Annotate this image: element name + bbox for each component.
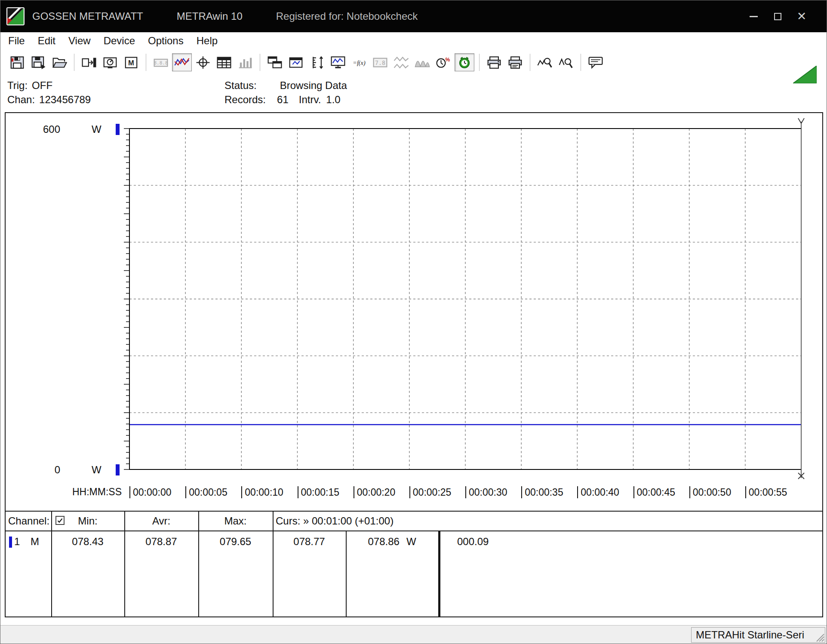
device-status-field: METRAHit Starline-Seri bbox=[691, 627, 825, 643]
device-name: METRAHit Starline-Seri bbox=[696, 629, 804, 641]
tile-windows-icon bbox=[267, 55, 283, 70]
channel-color-marker bbox=[116, 124, 120, 135]
export-device-button[interactable] bbox=[79, 53, 99, 71]
chart-panel: 600 W 0 W HH:MM:SS 00:00:00 00:00:05 00:… bbox=[5, 112, 823, 617]
print-report-icon bbox=[507, 55, 523, 70]
y-max-label: 600 bbox=[29, 123, 60, 135]
menu-device[interactable]: Device bbox=[97, 33, 141, 49]
statusbar: METRAHit Starline-Seri bbox=[0, 625, 827, 644]
x-tick-6: 00:00:30 bbox=[465, 486, 507, 498]
x-tickmark bbox=[241, 486, 242, 498]
bar-graph-button bbox=[235, 53, 255, 71]
save-button[interactable] bbox=[7, 53, 27, 71]
new-window-button[interactable] bbox=[286, 53, 306, 71]
lcd-display-icon: 8.8.8 bbox=[153, 55, 169, 70]
export-device-icon bbox=[81, 55, 97, 70]
y-min-label: 0 bbox=[29, 464, 60, 476]
channel-status: Chan:123456789 bbox=[7, 94, 91, 107]
zoom-time-button[interactable] bbox=[535, 53, 555, 71]
x-tickmark bbox=[298, 486, 298, 498]
open-button[interactable] bbox=[49, 53, 69, 71]
cell-min: 078.43 bbox=[51, 536, 124, 548]
toolbar-separator bbox=[530, 54, 530, 71]
titlebar-brand: GOSSEN METRAWATT bbox=[32, 10, 143, 22]
read-device-button[interactable] bbox=[100, 53, 120, 71]
minimize-icon bbox=[750, 16, 758, 17]
x-tickmark bbox=[745, 486, 746, 498]
col-header-max: Max: bbox=[198, 515, 273, 527]
monitor-button[interactable] bbox=[328, 53, 348, 71]
x-tick-8: 00:00:40 bbox=[577, 486, 619, 498]
x-tick-10: 00:00:50 bbox=[689, 486, 732, 498]
y-unit-label: W bbox=[92, 464, 101, 476]
axis-scale-button[interactable] bbox=[307, 53, 327, 71]
xy-view-button[interactable] bbox=[193, 53, 213, 71]
close-icon: ✕ bbox=[797, 11, 807, 22]
table-view-button[interactable] bbox=[214, 53, 234, 71]
close-button[interactable]: ✕ bbox=[790, 0, 814, 32]
maximize-icon bbox=[774, 13, 781, 20]
zoom-amplitude-icon bbox=[558, 55, 574, 70]
table-vline bbox=[198, 512, 199, 616]
menu-help[interactable]: Help bbox=[190, 33, 224, 49]
minimize-button[interactable] bbox=[741, 0, 766, 32]
annotation-button[interactable] bbox=[586, 53, 606, 71]
col-header-cursor: Curs: » 00:01:00 (+01:00) bbox=[276, 515, 394, 527]
numeric-display-icon: 7.8 bbox=[372, 55, 388, 70]
cell-unit: W bbox=[406, 536, 416, 547]
x-tickmark bbox=[521, 486, 522, 498]
intrv-value: 1.0 bbox=[326, 94, 340, 105]
split-curves-button bbox=[391, 53, 411, 71]
x-tick-9: 00:00:45 bbox=[633, 486, 676, 498]
x-tick-11: 00:00:55 bbox=[745, 486, 787, 498]
menu-file[interactable]: File bbox=[2, 33, 31, 49]
open-folder-icon bbox=[51, 55, 68, 70]
table-thick-vline bbox=[438, 531, 440, 616]
zoom-amplitude-button[interactable] bbox=[556, 53, 576, 71]
save-as-icon bbox=[30, 55, 46, 70]
app-window: GOSSEN METRAWATT METRAwin 10 Registered … bbox=[0, 0, 827, 644]
menu-options[interactable]: Options bbox=[141, 33, 190, 49]
menu-edit[interactable]: Edit bbox=[31, 33, 62, 49]
toolbar-separator bbox=[146, 54, 146, 71]
records-value: 61 bbox=[277, 94, 289, 105]
toolbar-separator bbox=[74, 54, 74, 71]
formula-button[interactable]: =f(x) bbox=[349, 53, 369, 71]
maximize-button[interactable] bbox=[766, 0, 790, 32]
trigger-status: Trig:OFF bbox=[7, 80, 52, 92]
y-axis-max-row: 600 W bbox=[6, 123, 822, 135]
cell-delta: 000.09 bbox=[457, 536, 489, 548]
save-as-button[interactable] bbox=[28, 53, 48, 71]
chart-region[interactable]: 600 W 0 W HH:MM:SS 00:00:00 00:00:05 00:… bbox=[6, 113, 822, 511]
read-device-icon bbox=[102, 55, 118, 70]
print-icon bbox=[486, 55, 502, 70]
x-tick-7: 00:00:35 bbox=[521, 486, 563, 498]
time-percent-button[interactable]: % bbox=[433, 53, 453, 71]
save-icon bbox=[9, 55, 25, 70]
print-report-button[interactable] bbox=[505, 53, 525, 71]
x-tickmark bbox=[354, 486, 354, 498]
titlebar: GOSSEN METRAWATT METRAwin 10 Registered … bbox=[0, 0, 827, 32]
resize-grip-icon[interactable] bbox=[815, 632, 824, 642]
tile-windows-button[interactable] bbox=[265, 53, 285, 71]
chart-plot[interactable] bbox=[6, 113, 822, 511]
svg-text:=f(x): =f(x) bbox=[353, 59, 366, 67]
x-tick-1: 00:00:05 bbox=[185, 486, 228, 498]
device-memory-button[interactable]: M bbox=[121, 53, 141, 71]
chan-label: Chan: bbox=[7, 94, 35, 105]
x-tick-4: 00:00:20 bbox=[354, 486, 396, 498]
col-header-min: Min: bbox=[51, 515, 124, 527]
timer-button[interactable] bbox=[455, 53, 474, 71]
print-button[interactable] bbox=[484, 53, 504, 71]
x-tickmark bbox=[465, 486, 466, 498]
titlebar-registered: Registered for: Notebookcheck bbox=[276, 10, 418, 22]
x-tickmark bbox=[577, 486, 578, 498]
cell-cursor-left: 078.77 bbox=[273, 536, 346, 548]
curve-view-button[interactable] bbox=[172, 53, 192, 71]
y-unit-label: W bbox=[92, 123, 101, 135]
numeric-display-button: 7.8 bbox=[370, 53, 390, 71]
x-tickmark bbox=[689, 486, 690, 498]
menu-view[interactable]: View bbox=[62, 33, 97, 49]
records-label: Records: bbox=[224, 94, 266, 105]
monitor-icon bbox=[330, 55, 346, 70]
